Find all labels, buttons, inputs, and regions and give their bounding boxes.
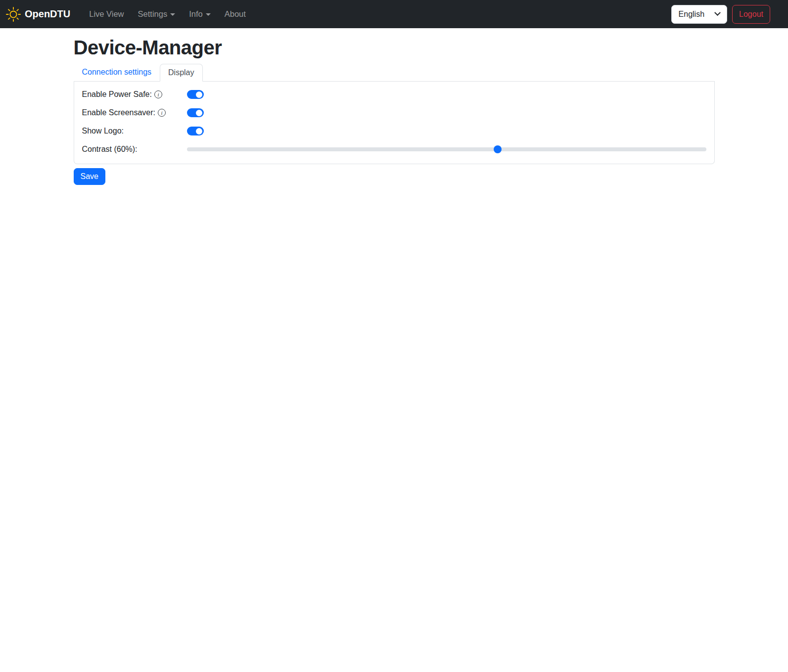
field-control bbox=[187, 90, 706, 99]
navbar: OpenDTU Live View Settings Info About En… bbox=[0, 0, 788, 28]
field-control bbox=[187, 127, 706, 135]
nav-links: Live View Settings Info About bbox=[82, 5, 253, 23]
field-label-group: Show Logo: bbox=[82, 127, 187, 135]
brand-label: OpenDTU bbox=[25, 8, 70, 20]
contrast-label: Contrast (60%): bbox=[82, 145, 138, 154]
nav-item-label: Info bbox=[189, 9, 203, 19]
caret-down-icon bbox=[206, 13, 211, 16]
contrast-slider[interactable] bbox=[187, 145, 706, 154]
show-logo-toggle[interactable] bbox=[187, 127, 204, 135]
tab-connection-settings[interactable]: Connection settings bbox=[74, 63, 160, 81]
screensaver-toggle[interactable] bbox=[187, 108, 204, 117]
caret-down-icon bbox=[170, 13, 175, 16]
nav-item-live-view[interactable]: Live View bbox=[89, 5, 124, 23]
nav-item-about[interactable]: About bbox=[225, 5, 246, 23]
language-selected-value: English bbox=[679, 10, 704, 19]
nav-item-settings[interactable]: Settings bbox=[138, 5, 176, 23]
toggle-knob bbox=[196, 110, 202, 116]
chevron-down-icon bbox=[714, 9, 721, 16]
display-settings-card: Enable Power Safe: i Enable Screensaver:… bbox=[74, 82, 715, 164]
main-content: Device-Manager Connection settings Displ… bbox=[68, 37, 721, 185]
form-row-show-logo: Show Logo: bbox=[82, 127, 706, 135]
navbar-right: English Logout bbox=[671, 5, 770, 24]
nav-item-label: Live View bbox=[89, 9, 124, 19]
sun-icon bbox=[6, 7, 21, 22]
navbar-left: OpenDTU Live View Settings Info About bbox=[6, 5, 253, 23]
show-logo-label: Show Logo: bbox=[82, 127, 124, 135]
toggle-knob bbox=[196, 91, 202, 98]
toggle-knob bbox=[196, 128, 202, 134]
page-title: Device-Manager bbox=[74, 37, 715, 59]
tab-bar: Connection settings Display bbox=[74, 63, 715, 82]
brand-link[interactable]: OpenDTU bbox=[6, 7, 70, 22]
nav-item-label: Settings bbox=[138, 9, 168, 19]
nav-item-info[interactable]: Info bbox=[189, 5, 211, 23]
field-control bbox=[187, 108, 706, 117]
field-control bbox=[187, 145, 706, 154]
form-row-power-safe: Enable Power Safe: i bbox=[82, 90, 706, 99]
logout-button[interactable]: Logout bbox=[732, 5, 770, 24]
info-circle-icon[interactable]: i bbox=[158, 109, 166, 117]
language-select[interactable]: English bbox=[671, 5, 727, 24]
form-row-screensaver: Enable Screensaver: i bbox=[82, 108, 706, 117]
field-label-group: Contrast (60%): bbox=[82, 145, 187, 154]
field-label-group: Enable Screensaver: i bbox=[82, 108, 187, 117]
power-safe-toggle[interactable] bbox=[187, 90, 204, 99]
info-circle-icon[interactable]: i bbox=[154, 90, 162, 98]
form-row-contrast: Contrast (60%): bbox=[82, 145, 706, 154]
save-button[interactable]: Save bbox=[74, 168, 105, 185]
screensaver-label: Enable Screensaver: bbox=[82, 108, 156, 117]
field-label-group: Enable Power Safe: i bbox=[82, 90, 187, 99]
nav-item-label: About bbox=[225, 9, 246, 19]
power-safe-label: Enable Power Safe: bbox=[82, 90, 152, 99]
tab-display[interactable]: Display bbox=[160, 64, 202, 82]
